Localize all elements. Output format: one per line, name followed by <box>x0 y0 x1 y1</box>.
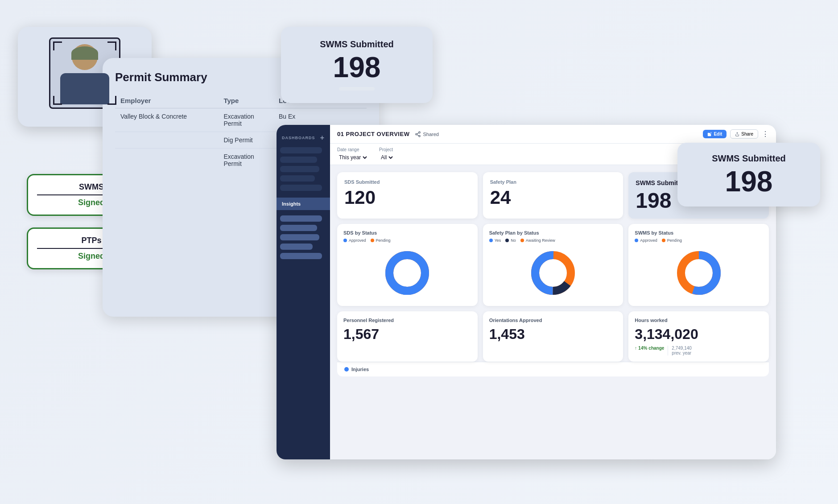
awaiting-dot <box>520 239 524 242</box>
sds-chart-card: SDS by Status Approved Pending <box>337 224 478 306</box>
project-select[interactable]: All <box>379 154 394 161</box>
sidebar-insights-item[interactable] <box>280 253 322 259</box>
up-arrow-icon: ↑ <box>635 346 637 351</box>
prev-year-value: 2,749,140 <box>672 346 692 351</box>
sidebar-insights-item[interactable] <box>280 234 319 240</box>
swms-submitted-top-card: SWMS Submitted 198 <box>281 27 433 103</box>
sidebar-item[interactable] <box>280 147 322 153</box>
charts-grid: SDS by Status Approved Pending <box>337 224 769 306</box>
sidebar-add-button[interactable]: + <box>320 134 325 142</box>
share-icon <box>735 132 739 136</box>
header-actions: Edit Share ⋮ <box>703 129 769 139</box>
row1-type: ExcavationPermit <box>218 108 273 132</box>
swms-donut-svg <box>674 248 723 297</box>
sidebar-insights-item[interactable] <box>280 215 322 222</box>
prev-year-label: prev. year <box>672 351 692 355</box>
orientations-label: Orientations Approved <box>489 318 617 323</box>
hours-worked-card: Hours worked 3,134,020 ↑ 14% change 2,74… <box>628 311 769 362</box>
approved-dot <box>343 239 347 242</box>
sds-chart-legend: Approved Pending <box>343 238 471 243</box>
sidebar-menu <box>277 145 330 194</box>
sp-legend-yes: Yes <box>489 238 501 243</box>
sp-legend-no: No <box>505 238 516 243</box>
col-employer: Employer <box>115 93 218 108</box>
shared-icon <box>415 131 421 137</box>
sp-donut-svg <box>528 248 578 297</box>
personnel-value: 1,567 <box>343 326 471 342</box>
swms-chart-label: SWMS by Status <box>635 230 763 235</box>
sds-chart-label: SDS by Status <box>343 230 471 235</box>
sidebar-item[interactable] <box>280 175 315 182</box>
share-button[interactable]: Share <box>730 129 758 139</box>
change-value: 14% <box>638 346 647 351</box>
safety-plan-chart-label: Safety Plan by Status <box>489 230 617 235</box>
safety-plan-value: 24 <box>490 188 616 207</box>
date-range-select[interactable]: This year <box>337 154 368 161</box>
safety-plan-label: Safety Plan <box>490 179 616 185</box>
yes-dot <box>489 239 493 242</box>
hours-label: Hours worked <box>635 318 763 323</box>
safety-plan-chart-card: Safety Plan by Status Yes No <box>483 224 623 306</box>
sidebar-insights-item[interactable] <box>280 225 317 231</box>
svg-line-3 <box>417 134 419 135</box>
dashboard-content: SDS Submitted 120 Safety Plan 24 SWMS Su… <box>330 165 776 459</box>
date-range-filter: Date range This year <box>337 147 368 161</box>
row3-type: ExcavationPermit <box>218 149 273 186</box>
project-title: 01 PROJECT OVERVIEW <box>337 131 409 137</box>
injuries-row: Injuries <box>337 362 769 376</box>
swms-chart-card: SWMS by Status Approved Pending <box>628 224 769 306</box>
row3-employer <box>115 149 218 186</box>
corner-bl-icon <box>53 96 62 105</box>
dashboard-sidebar: DASHBOARDS + Insights <box>277 125 330 459</box>
row1-employer: Valley Block & Concrete <box>115 108 218 132</box>
prev-year: 2,749,140 prev. year <box>668 346 692 355</box>
more-options-button[interactable]: ⋮ <box>762 130 769 138</box>
injuries-label: Injuries <box>351 367 369 372</box>
swms-legend-approved: Approved <box>635 238 657 243</box>
orientations-value: 1,453 <box>489 326 617 342</box>
col-type: Type <box>218 93 273 108</box>
personnel-label: Personnel Registered <box>343 318 471 323</box>
bottom-stats-grid: Personnel Registered 1,567 Orientations … <box>337 311 769 362</box>
project-filter: Project All <box>379 147 394 161</box>
safety-plan-donut <box>489 246 617 300</box>
sidebar-header: DASHBOARDS + <box>277 130 330 145</box>
hours-value: 3,134,020 <box>635 326 763 342</box>
sds-donut <box>343 246 471 300</box>
row2-employer <box>115 132 218 149</box>
corner-br-icon <box>107 96 116 105</box>
svg-point-0 <box>419 132 421 133</box>
orientations-card: Orientations Approved 1,453 <box>483 311 623 362</box>
sds-legend-pending: Pending <box>371 238 391 243</box>
svg-point-1 <box>416 133 417 135</box>
corner-tl-icon <box>53 41 62 50</box>
swms-submitted-top-value: 198 <box>295 53 418 82</box>
row2-type: Dig Permit <box>218 132 273 149</box>
sds-submitted-card: SDS Submitted 120 <box>337 172 478 219</box>
no-dot <box>505 239 509 242</box>
swms-submitted-right-card: SWMS Submitted 198 <box>677 143 820 207</box>
shared-badge: Shared <box>415 131 438 137</box>
scene: SWMS Signed PTPs Signed Permit Summary E… <box>0 0 838 504</box>
sidebar-insights-items <box>277 214 330 262</box>
sds-value: 120 <box>344 188 471 207</box>
edit-icon <box>707 132 712 136</box>
sidebar-item[interactable] <box>280 185 322 191</box>
swms-donut <box>635 246 763 300</box>
swms-pending-dot <box>662 239 665 242</box>
edit-button[interactable]: Edit <box>703 130 727 138</box>
swms-legend: Approved Pending <box>635 238 763 243</box>
dashboard-header: 01 PROJECT OVERVIEW Shared Edit <box>330 125 776 144</box>
hours-extra: ↑ 14% change 2,749,140 prev. year <box>635 346 763 355</box>
change-badge: ↑ 14% change <box>635 346 664 351</box>
sidebar-item[interactable] <box>280 166 319 172</box>
swms-right-label: SWMS Submitted <box>690 153 808 164</box>
injuries-dot <box>344 367 349 372</box>
sds-donut-svg <box>383 248 432 297</box>
svg-point-2 <box>419 135 421 137</box>
sidebar-insights-item[interactable] <box>280 244 313 250</box>
svg-line-4 <box>417 132 419 133</box>
corner-tr-icon <box>107 41 116 50</box>
sidebar-item[interactable] <box>280 157 317 163</box>
sp-legend-awaiting: Awaiting Review <box>520 238 555 243</box>
